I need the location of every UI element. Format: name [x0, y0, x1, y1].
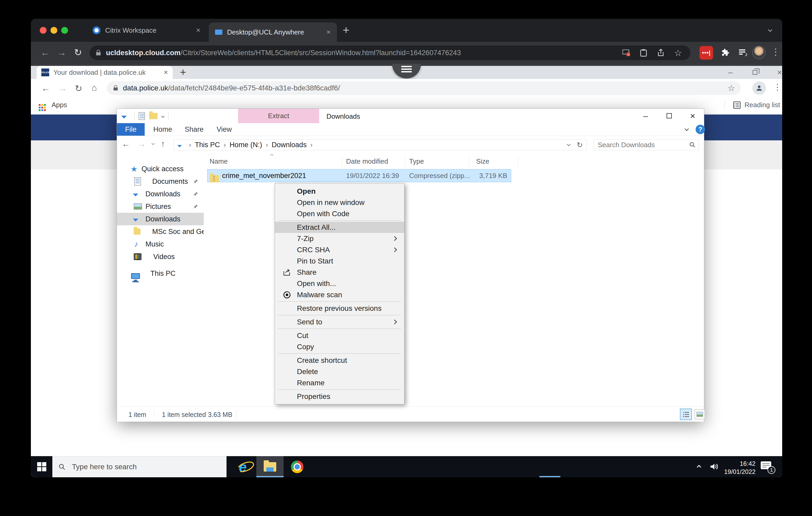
- new-tab-button[interactable]: +: [180, 66, 186, 78]
- tab-your-download[interactable]: POLICE Your download | data.police.uk ×: [37, 66, 173, 79]
- crumb-this-pc[interactable]: This PC: [195, 141, 220, 149]
- details-view-button[interactable]: [680, 408, 692, 420]
- thumbnail-view-button[interactable]: [695, 409, 705, 419]
- volume-icon[interactable]: [710, 462, 719, 472]
- collapse-ribbon-chevron-icon[interactable]: [685, 127, 689, 131]
- menu-item-open[interactable]: Open: [275, 186, 404, 197]
- notification-center-button[interactable]: 1: [760, 461, 772, 472]
- file-row-crime-met-november2021[interactable]: crime_met_november2021 19/01/2022 16:39 …: [207, 170, 511, 182]
- stop-cast-icon[interactable]: x: [619, 46, 633, 60]
- browser-menu-kebab-icon[interactable]: ⋮: [773, 82, 782, 92]
- ribbon-tab-file[interactable]: File: [117, 123, 145, 136]
- taskbar-search-input[interactable]: [71, 462, 221, 471]
- taskbar-search[interactable]: [52, 456, 227, 477]
- menu-item-7zip[interactable]: 7-Zip: [275, 233, 404, 244]
- clipboard-icon[interactable]: [636, 46, 650, 60]
- recent-locations-chevron-icon[interactable]: [151, 142, 155, 145]
- sidebar-item-quick-access[interactable]: ★Quick access: [117, 162, 204, 175]
- column-header-date-modified[interactable]: Date modified: [346, 157, 388, 165]
- ribbon-tab-share[interactable]: Share: [180, 123, 208, 136]
- close-tab-icon[interactable]: ×: [196, 26, 200, 34]
- sidebar-item-music[interactable]: ♪Music: [117, 238, 204, 250]
- menu-item-crc-sha[interactable]: CRC SHA: [275, 244, 404, 255]
- menu-item-open-with-code[interactable]: Open with Code: [275, 208, 404, 219]
- menu-item-rename[interactable]: Rename: [275, 377, 404, 389]
- bookmark-star-icon[interactable]: ☆: [671, 46, 685, 60]
- address-bar[interactable]: data.police.uk/data/fetch/2484be9e-e575-…: [107, 81, 741, 95]
- sidebar-item-videos[interactable]: Videos: [117, 250, 204, 263]
- menu-item-properties[interactable]: Properties: [275, 391, 404, 402]
- forward-icon[interactable]: →: [57, 47, 66, 58]
- menu-item-open-in-new-window[interactable]: Open in new window: [275, 197, 404, 208]
- share-icon[interactable]: [654, 46, 668, 60]
- taskbar-internet-explorer[interactable]: e: [229, 456, 256, 477]
- address-bar[interactable]: ucldesktop.cloud.com/Citrix/StoreWeb/cli…: [90, 45, 690, 60]
- taskbar-chrome[interactable]: [284, 456, 311, 477]
- sidebar-item-downloads-pinned[interactable]: Downloads: [117, 188, 204, 200]
- new-folder-qat-icon[interactable]: [149, 113, 157, 119]
- menu-item-pin-to-start[interactable]: Pin to Start: [275, 255, 404, 267]
- reload-icon[interactable]: ↻: [74, 47, 82, 58]
- menu-item-delete[interactable]: Delete: [275, 366, 404, 377]
- explorer-search[interactable]: [594, 139, 699, 150]
- extract-contextual-header[interactable]: Extract: [238, 109, 319, 123]
- back-icon[interactable]: ←: [41, 83, 50, 93]
- menu-item-cut[interactable]: Cut: [275, 330, 404, 341]
- forward-icon[interactable]: →: [137, 139, 146, 149]
- up-icon[interactable]: ↑: [161, 139, 165, 149]
- help-icon[interactable]: ?: [696, 125, 705, 134]
- tab-search-chevron-icon[interactable]: [768, 28, 773, 32]
- close-button[interactable]: ×: [681, 109, 704, 123]
- refresh-icon[interactable]: ↻: [577, 141, 583, 149]
- minimize-window-icon[interactable]: –: [723, 66, 738, 79]
- reload-icon[interactable]: ↻: [75, 83, 82, 94]
- bookmark-star-icon[interactable]: ☆: [727, 83, 735, 93]
- ribbon-tab-view[interactable]: View: [211, 123, 237, 136]
- taskbar-file-explorer[interactable]: [256, 456, 284, 477]
- reading-list-button[interactable]: Reading list: [733, 101, 780, 109]
- menu-item-copy[interactable]: Copy: [275, 341, 404, 352]
- maximize-traffic-light[interactable]: [61, 27, 68, 34]
- browser-menu-kebab-icon[interactable]: ⋮: [771, 47, 780, 57]
- minimize-traffic-light[interactable]: [51, 27, 57, 34]
- back-icon[interactable]: ←: [122, 139, 130, 149]
- restore-window-icon[interactable]: [747, 66, 763, 79]
- menu-item-restore-previous-versions[interactable]: Restore previous versions: [275, 303, 404, 314]
- menu-item-share[interactable]: Share: [275, 267, 404, 278]
- close-tab-icon[interactable]: ×: [326, 28, 331, 36]
- column-header-size[interactable]: Size: [476, 157, 489, 165]
- ribbon-tab-home[interactable]: Home: [148, 123, 177, 136]
- menu-item-extract-all[interactable]: Extract All...: [275, 222, 404, 233]
- sidebar-item-downloads-selected[interactable]: Downloads: [117, 213, 204, 225]
- menu-item-malware-scan[interactable]: Malware scan: [275, 289, 404, 300]
- taskbar-clock[interactable]: 16:42 19/01/2022: [724, 459, 755, 476]
- breadcrumb[interactable]: › This PC › Home (N:) › Downloads › ↻: [173, 139, 587, 150]
- profile-avatar[interactable]: [752, 46, 766, 59]
- properties-qat-icon[interactable]: [139, 112, 145, 120]
- tab-desktop-ucl[interactable]: Desktop@UCL Anywhere ×: [209, 23, 337, 42]
- sidebar-item-msc-folder[interactable]: MSc Soc and Geo D: [117, 225, 204, 238]
- lastpass-extension-icon[interactable]: •••|: [699, 46, 713, 60]
- sidebar-item-pictures[interactable]: Pictures: [117, 200, 204, 213]
- maximize-button[interactable]: [658, 109, 681, 123]
- close-window-icon[interactable]: ×: [772, 66, 782, 79]
- address-dropdown-chevron-icon[interactable]: [567, 143, 570, 146]
- forward-icon[interactable]: →: [58, 83, 67, 93]
- crumb-downloads[interactable]: Downloads: [272, 141, 307, 149]
- close-tab-icon[interactable]: ×: [164, 68, 168, 77]
- apps-shortcut[interactable]: Apps: [39, 101, 67, 109]
- sidebar-item-documents[interactable]: Documents: [117, 175, 204, 188]
- new-tab-button[interactable]: +: [343, 24, 349, 37]
- sidebar-item-this-pc[interactable]: This PC: [117, 267, 204, 280]
- column-divider[interactable]: [342, 157, 342, 166]
- column-divider[interactable]: [469, 157, 469, 166]
- minimize-button[interactable]: –: [634, 109, 658, 123]
- profile-avatar[interactable]: [752, 81, 766, 95]
- customize-qat-chevron-icon[interactable]: [161, 115, 165, 118]
- home-icon[interactable]: ⌂: [92, 83, 97, 93]
- column-header-name[interactable]: Name: [209, 157, 228, 165]
- tab-citrix-workspace[interactable]: Citrix Workspace ×: [86, 19, 207, 42]
- start-button[interactable]: [31, 456, 52, 477]
- tray-overflow-chevron-icon[interactable]: [697, 465, 701, 469]
- column-divider[interactable]: [405, 157, 405, 166]
